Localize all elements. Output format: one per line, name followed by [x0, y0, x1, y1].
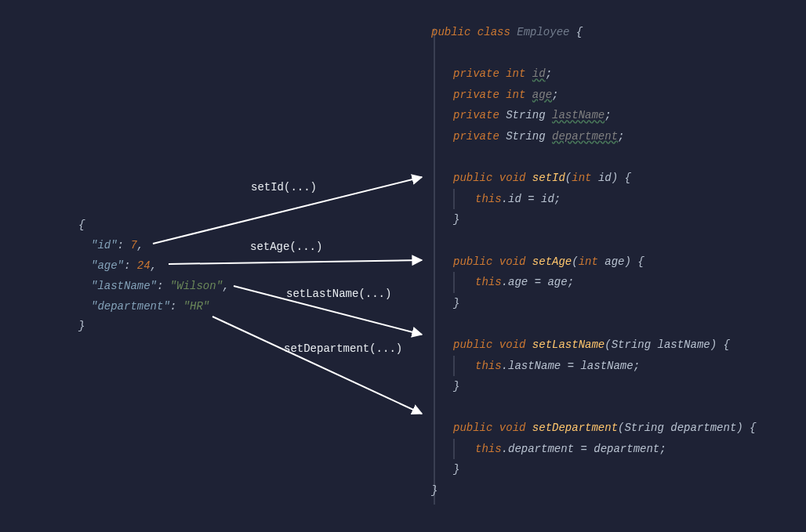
method-setlastname-body: this.lastName = lastName;: [453, 356, 757, 377]
arrow-label-setage: setAge(...): [250, 241, 322, 253]
java-class: public class Employee { private int id; …: [431, 22, 757, 501]
class-decl: public class Employee {: [431, 22, 757, 43]
method-setdepartment-body: this.department = department;: [453, 439, 757, 460]
method-setid-sig: public void setId(int id) {: [431, 168, 757, 189]
method-setlastname-sig: public void setLastName(String lastName)…: [431, 335, 757, 356]
arrow-label-setdepartment: setDepartment(...): [284, 342, 402, 355]
field-id: private int id;: [431, 63, 757, 85]
json-prop-lastname: "lastName": "Wilson",: [91, 277, 229, 297]
brace-close: }: [78, 320, 85, 332]
field-age: private int age;: [431, 85, 757, 106]
arrow-label-setlastname: setLastName(...): [286, 288, 391, 300]
method-setage-sig: public void setAge(int age) {: [431, 252, 757, 273]
field-lastname: private String lastName;: [431, 105, 757, 126]
method-setage-body: this.age = age;: [453, 272, 757, 293]
arrow-label-setid: setId(...): [251, 181, 317, 194]
json-prop-department: "department": "HR": [91, 297, 229, 317]
brace-open: {: [78, 219, 85, 231]
json-prop-id: "id": 7,: [91, 236, 229, 256]
json-prop-age: "age": 24,: [91, 256, 229, 277]
json-object: { "id": 7, "age": 24, "lastName": "Wilso…: [78, 215, 229, 337]
arrow-setdepartment: [212, 317, 422, 414]
field-department: private String department;: [431, 126, 757, 147]
method-setdepartment-sig: public void setDepartment(String departm…: [431, 418, 757, 439]
method-setid-body: this.id = id;: [453, 189, 757, 210]
